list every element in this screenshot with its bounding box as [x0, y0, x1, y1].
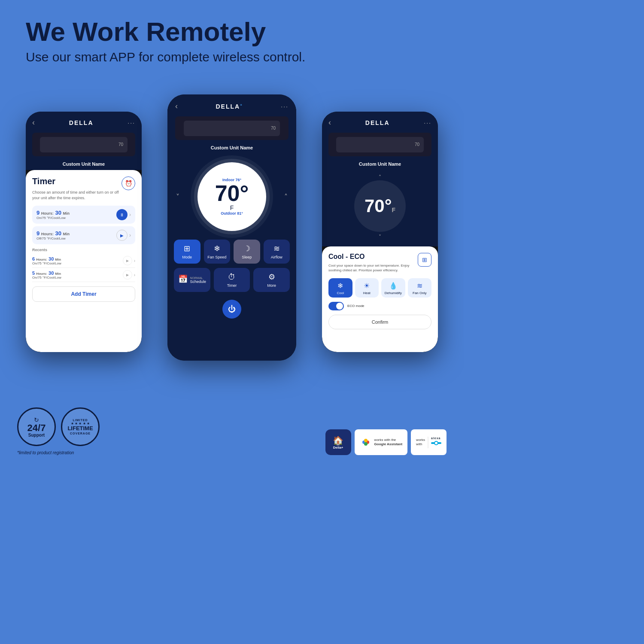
timer-item-2-time: 9 Hours: 30 Min [36, 230, 70, 237]
center-menu-dots-icon[interactable]: ··· [281, 103, 289, 110]
cool-mode-pill[interactable]: ❄ Cool [328, 278, 352, 298]
recent-play-btn-2[interactable]: ▶ [123, 270, 132, 279]
della-plus-badge: 🏠 Della+ [325, 429, 351, 455]
phone-right-screen: ‹ DELLA ··· 70 Custom Unit Name ˄ 70 [322, 112, 438, 352]
recent-item-1-info: 6 Hours: 30 Min On/75 °F/Cool/Low [32, 256, 61, 265]
power-button[interactable]: ⏻ [222, 300, 241, 319]
schedule-icon: 📅 [178, 274, 188, 284]
timer-pause-btn[interactable]: ⏸ [116, 209, 128, 220]
eco-grid-icon[interactable]: ⊞ [418, 253, 431, 267]
left-ac-inner: 70 [40, 137, 128, 152]
center-ac-unit: 70 [175, 116, 289, 140]
recent-item-2-info: 5 Hours: 30 Min On/75 °F/Cool/Low [32, 270, 61, 279]
confirm-button[interactable]: Confirm [328, 315, 431, 329]
recents-label: Recents [32, 248, 135, 252]
google-text-block: works with the Google Assistant [374, 438, 403, 447]
bottom-right: 🏠 Della+ works with the Google Assistant [325, 429, 447, 455]
left-unit-name: Custom Unit Name [32, 160, 135, 170]
timer-button[interactable]: ⏱ Timer [214, 268, 250, 292]
bottom-buttons-grid: 📅 NORMAL Schedule ⏱ Timer ⚙ More [167, 268, 296, 296]
center-temp-container: ˅ Indoor 76° 70° F Outdoor 81° ˄ [167, 154, 296, 235]
mode-btn-airflow[interactable]: ≋ Airflow [264, 240, 290, 264]
mode-icon-mode: ⊞ [184, 244, 190, 253]
cool-icon: ❄ [337, 282, 343, 290]
eco-mode-label: ECO mode [347, 304, 365, 308]
google-assistant-badge: works with the Google Assistant [355, 429, 408, 455]
fanonly-icon: ≋ [417, 282, 422, 290]
google-assistant-icon [360, 436, 372, 448]
right-app-nav: ‹ DELLA ··· [328, 116, 431, 129]
right-menu-icon[interactable]: ··· [424, 119, 431, 126]
temp-down-arrow[interactable]: ˅ [176, 193, 179, 201]
google-line1: works with the [374, 438, 403, 442]
timer-item-2-info: 9 Hours: 30 Min Off/75 °F/Cool/Low [36, 230, 70, 240]
schedule-label-text: Schedule [190, 279, 207, 284]
support-badge: ↻ 24/7 Support [17, 407, 56, 446]
fanonly-label: Fan Only [413, 291, 426, 295]
mode-buttons-grid: ⊞ Mode ❄ Fan Speed ☽ Sleep ≋ Airflow [167, 235, 296, 268]
mode-label-mode: Mode [182, 255, 192, 259]
phone-center-screen: ‹ DELLA+ ··· 70 Custom Unit Name ˅ Indoo… [167, 94, 296, 361]
della-home-icon: 🏠 [333, 435, 343, 446]
temp-unit-label: F [230, 204, 234, 211]
power-icon: ⏻ [228, 305, 236, 314]
phone-right: ‹ DELLA ··· 70 Custom Unit Name ˄ 70 [322, 112, 438, 352]
timer-item-2-hours-label: Hours: [41, 232, 54, 236]
toggle-thumb [336, 303, 343, 310]
mode-label-airflow: Airflow [271, 255, 283, 259]
back-icon[interactable]: ‹ [32, 118, 35, 127]
right-temp-display: ˄ 70°F ˅ [328, 170, 431, 246]
mode-btn-mode[interactable]: ⊞ Mode [174, 240, 200, 264]
mode-btn-fanspeed[interactable]: ❄ Fan Speed [204, 240, 231, 264]
support-label: Support [28, 433, 45, 437]
lifetime-coverage: COVERAGE [70, 432, 91, 435]
left-white-card: ⏰ Timer Choose an amount of time and eit… [26, 170, 142, 352]
schedule-button[interactable]: 📅 NORMAL Schedule [174, 268, 210, 292]
add-timer-button[interactable]: Add Timer [32, 286, 135, 302]
mode-btn-sleep[interactable]: ☽ Sleep [234, 240, 260, 264]
timer-clock-icon: ⏰ [122, 176, 135, 190]
left-app-nav: ‹ DELLA ··· [32, 116, 135, 129]
center-back-icon[interactable]: ‹ [175, 102, 178, 111]
left-ac-unit: 70 [32, 133, 135, 156]
fanonly-mode-pill[interactable]: ≋ Fan Only [408, 278, 432, 298]
right-app-top: ‹ DELLA ··· 70 Custom Unit Name ˄ 70 [322, 112, 438, 246]
bottom-left: ↻ 24/7 Support LIMITED ★ ★ ★ ★ ★ LIFETIM… [17, 407, 100, 455]
cool-label: Cool [337, 291, 344, 295]
center-unit-name[interactable]: Custom Unit Name [175, 143, 289, 154]
alexa-logo-block: alexa [428, 437, 441, 448]
left-app-top: ‹ DELLA ··· 70 Custom Unit Name [26, 112, 142, 170]
right-down-arrow: ˅ [379, 234, 381, 240]
menu-dots-icon[interactable]: ··· [128, 119, 135, 126]
temp-up-arrow[interactable]: ˄ [284, 193, 288, 201]
lifetime-main: LIFETIME [67, 425, 93, 431]
right-unit-name: Custom Unit Name [328, 160, 431, 170]
alexa-badge: works with alexa [411, 429, 447, 455]
alexa-logo-icon [431, 440, 441, 447]
right-temp-nav: ˄ [379, 174, 381, 180]
center-brand: DELLA+ [216, 103, 243, 110]
mode-label-sleep: Sleep [242, 255, 252, 259]
recent-item-2-time: 5 Hours: 30 Min [32, 270, 61, 276]
right-back-icon[interactable]: ‹ [328, 118, 331, 127]
timer-item-1-info: 9 Hours: 30 Min On/75 °F/Cool/Low [36, 210, 70, 220]
right-temp-circle: 70°F [354, 180, 406, 232]
more-label: More [267, 283, 276, 288]
alexa-line2: with [416, 442, 425, 447]
alexa-line1: works [416, 438, 425, 442]
timer-item-1-hours-label: Hours: [41, 211, 54, 216]
eco-toggle[interactable] [328, 302, 344, 310]
phone-left-screen: ‹ DELLA ··· 70 Custom Unit Name ⏰ Timer … [26, 112, 142, 352]
dehumidify-mode-pill[interactable]: 💧 Dehumidify [381, 278, 405, 298]
heat-mode-pill[interactable]: ☀ Heat [355, 278, 379, 298]
recent-arrow-2: › [134, 273, 135, 277]
timer-item-2-arrow: › [129, 232, 131, 238]
timer-play-btn[interactable]: ▶ [116, 230, 128, 241]
eco-toggle-row: ECO mode [328, 302, 431, 310]
schedule-label-block: NORMAL Schedule [190, 276, 207, 284]
logos-row: 🏠 Della+ works with the Google Assistant [325, 429, 447, 455]
recent-play-btn-1[interactable]: ▶ [123, 256, 132, 265]
more-button[interactable]: ⚙ More [253, 268, 290, 292]
timer-item-1-sub: On/75 °F/Cool/Low [36, 216, 70, 220]
alexa-text-block: works with [416, 438, 425, 447]
